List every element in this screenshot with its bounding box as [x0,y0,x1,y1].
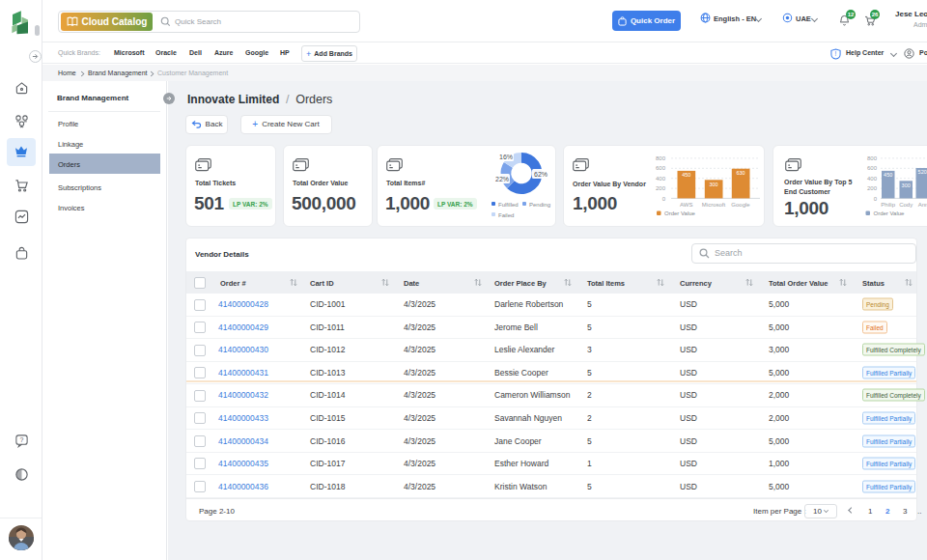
svg-text:800: 800 [656,155,666,161]
svg-text:600: 600 [656,165,666,171]
svg-text:600: 600 [867,165,878,171]
svg-text:Microsoft: Microsoft [702,202,726,208]
svg-text:520: 520 [918,169,927,175]
svg-text:Philip: Philip [881,202,895,208]
svg-text:Fulfilled: Fulfilled [498,202,519,208]
svg-text:Failed: Failed [498,212,514,218]
svg-text:22%: 22% [495,176,509,182]
svg-text:Cody: Cody [899,202,913,208]
svg-text:62%: 62% [534,171,548,178]
svg-text:300: 300 [902,182,911,188]
svg-text:16%: 16% [499,154,513,160]
svg-text:400: 400 [656,176,666,182]
svg-text:Google: Google [731,202,750,208]
svg-text:200: 200 [656,185,666,191]
svg-text:0: 0 [662,196,666,202]
svg-text:630: 630 [736,170,744,176]
svg-text:800: 800 [867,155,878,161]
svg-text:0: 0 [874,196,878,202]
svg-text:Order Value: Order Value [664,210,696,216]
svg-text:!: ! [835,50,837,57]
svg-text:200: 200 [867,185,878,191]
svg-text:450: 450 [682,172,690,178]
svg-text:300: 300 [709,182,717,187]
svg-text:AWS: AWS [680,202,692,208]
svg-text:Order Value: Order Value [874,210,906,216]
svg-text:Pending: Pending [529,202,550,208]
svg-text:?: ? [20,436,24,443]
svg-text:400: 400 [867,176,878,182]
svg-text:Ann: Ann [918,202,927,208]
svg-text:450: 450 [884,172,892,178]
